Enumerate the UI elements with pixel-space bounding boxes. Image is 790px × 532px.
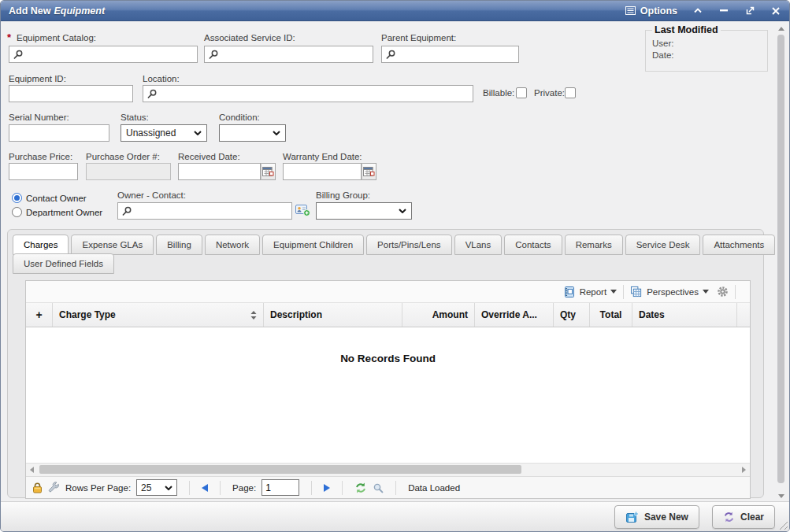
billable-checkbox[interactable] [516, 87, 527, 98]
column-header-charge-type[interactable]: Charge Type [53, 303, 264, 327]
received-date-field[interactable] [182, 165, 257, 178]
tab-vlans[interactable]: VLans [454, 235, 503, 255]
wrench-icon[interactable] [48, 482, 60, 493]
associated-service-id-field[interactable] [221, 48, 369, 61]
parent-equipment-input[interactable] [381, 46, 519, 63]
scroll-right-arrow[interactable] [738, 464, 750, 475]
page-number-input[interactable] [261, 479, 299, 496]
warranty-end-date-calendar-button[interactable] [362, 163, 376, 180]
tab-ports-pins-lens[interactable]: Ports/Pins/Lens [366, 235, 452, 255]
status-select[interactable]: Unassigned [121, 124, 207, 142]
tab-user-defined-fields[interactable]: User Defined Fields [13, 253, 114, 274]
parent-equipment-field[interactable] [399, 48, 515, 61]
tab-billing[interactable]: Billing [156, 235, 202, 255]
column-header-description[interactable]: Description [264, 303, 402, 327]
column-header-filler [737, 303, 750, 327]
gear-icon [717, 286, 729, 297]
column-header-dates[interactable]: Dates [632, 303, 737, 327]
received-date-calendar-button[interactable] [261, 163, 276, 180]
options-button[interactable]: Options [625, 6, 677, 17]
lock-icon[interactable] [32, 482, 43, 493]
warranty-end-date-input[interactable] [283, 163, 362, 180]
tab-network[interactable]: Network [205, 235, 260, 255]
next-page-button[interactable] [324, 484, 330, 492]
owner-contact-field[interactable] [135, 205, 288, 217]
serial-number-label: Serial Number: [9, 113, 69, 122]
grid-body: No Records Found [26, 327, 750, 463]
tab-attachments[interactable]: Attachments [703, 235, 775, 255]
column-header-add[interactable]: + [26, 303, 53, 327]
toolbar-divider [735, 285, 736, 299]
equipment-id-field[interactable] [13, 87, 129, 100]
tab-service-desk[interactable]: Service Desk [625, 235, 701, 255]
warranty-end-date-field[interactable] [287, 165, 358, 178]
contact-owner-radio[interactable] [12, 193, 22, 203]
private-checkbox[interactable] [565, 87, 576, 98]
grid-settings-button[interactable] [717, 286, 729, 297]
rows-per-page-select[interactable]: 25 [136, 479, 177, 496]
popout-button[interactable] [744, 6, 755, 17]
associated-service-id-input[interactable] [204, 46, 373, 63]
grid-status-text: Data Loaded [408, 483, 460, 493]
previous-page-button[interactable] [202, 484, 208, 492]
search-records-icon[interactable] [373, 482, 384, 493]
condition-select[interactable] [219, 124, 286, 142]
tab-expense-glas[interactable]: Expense GLAs [71, 235, 154, 255]
owner-contact-input[interactable] [117, 202, 292, 220]
purchase-price-label: Purchase Price: [9, 152, 72, 161]
collapse-button[interactable] [692, 6, 703, 17]
search-icon [121, 206, 132, 216]
perspectives-icon [630, 286, 643, 297]
equipment-id-input[interactable] [9, 85, 133, 102]
serial-number-field[interactable] [13, 127, 106, 139]
contact-owner-label: Contact Owner [26, 194, 87, 203]
tab-charges[interactable]: Charges [13, 235, 69, 255]
location-input[interactable] [143, 85, 473, 102]
report-button[interactable]: Report [563, 286, 618, 298]
department-owner-radio[interactable] [12, 207, 22, 217]
grid-header-row: + Charge Type Description Amount Overrid… [26, 303, 750, 327]
purchase-price-input[interactable] [9, 163, 78, 180]
rows-per-page-label: Rows Per Page: [65, 483, 131, 493]
add-contact-button[interactable] [295, 204, 310, 216]
scroll-left-arrow[interactable] [26, 464, 38, 475]
scroll-up-arrow[interactable] [777, 24, 785, 32]
received-date-input[interactable] [178, 163, 261, 180]
chevron-down-icon [165, 486, 172, 490]
column-header-amount[interactable]: Amount [402, 303, 475, 327]
dialog-vertical-scrollbar[interactable] [776, 24, 787, 500]
close-button[interactable] [770, 6, 781, 17]
tab-contacts[interactable]: Contacts [504, 235, 562, 255]
equipment-catalog-input[interactable] [9, 46, 198, 63]
tab-equipment-children[interactable]: Equipment Children [262, 235, 364, 255]
billing-group-select[interactable] [316, 202, 412, 220]
tab-remarks[interactable]: Remarks [565, 235, 623, 255]
received-date-label: Received Date: [178, 152, 240, 161]
vertical-scroll-thumb[interactable] [777, 35, 784, 483]
horizontal-scroll-thumb[interactable] [39, 465, 521, 474]
scroll-down-arrow[interactable] [777, 492, 785, 500]
condition-label: Condition: [219, 113, 260, 122]
purchase-price-field[interactable] [13, 165, 74, 178]
action-bar: Save New Clear [1, 501, 789, 531]
owner-contact-label: Owner - Contact: [117, 190, 186, 200]
charges-grid: Report Perspectives + Charge Type [25, 280, 751, 499]
location-field[interactable] [160, 87, 469, 100]
chevron-down-icon [194, 131, 202, 135]
perspectives-button[interactable]: Perspectives [630, 286, 709, 297]
chevron-down-icon [399, 209, 406, 213]
refresh-icon[interactable] [354, 482, 367, 493]
warranty-end-date-label: Warranty End Date: [283, 152, 362, 161]
column-header-total[interactable]: Total [590, 303, 632, 327]
status-label: Status: [121, 113, 149, 122]
serial-number-input[interactable] [9, 124, 109, 142]
column-header-override-amount[interactable]: Override A... [475, 303, 554, 327]
clear-button[interactable]: Clear [712, 505, 775, 529]
options-list-icon [625, 6, 636, 15]
minimize-button[interactable] [718, 6, 729, 17]
equipment-catalog-field[interactable] [26, 48, 194, 61]
sort-icon[interactable] [250, 311, 257, 320]
save-new-button[interactable]: Save New [614, 505, 699, 529]
grid-horizontal-scrollbar[interactable] [26, 463, 750, 476]
column-header-qty[interactable]: Qty [554, 303, 590, 327]
